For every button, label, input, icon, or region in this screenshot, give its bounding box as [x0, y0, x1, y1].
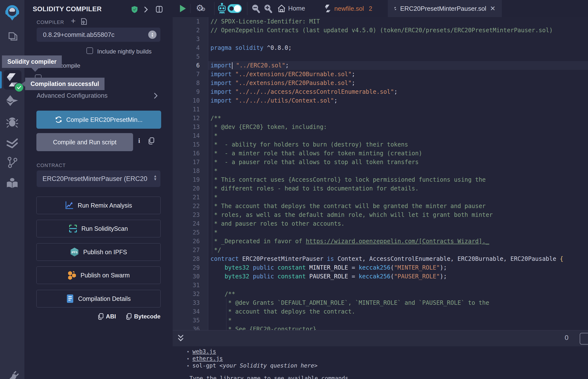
compile-button-label: Compile ERC20PresetMin...	[66, 116, 143, 123]
code-line-1[interactable]: 1// SPDX-License-Identifier: MIT	[173, 17, 588, 26]
code-line-24[interactable]: 24 * and pauser roles to other accounts.	[173, 219, 588, 228]
add-compiler-icon[interactable]: +	[71, 16, 76, 26]
code-line-27[interactable]: 27 */	[173, 246, 588, 254]
code-line-33[interactable]: 33 * @dev Grants `DEFAULT_ADMIN_ROLE`, `…	[173, 299, 588, 307]
line-number: 18	[173, 168, 208, 174]
code-line-10[interactable]: 10import "../../../utils/Context.sol";	[173, 96, 588, 105]
advanced-chevron-icon[interactable]	[154, 92, 158, 99]
line-text: import "../extensions/ERC20Pausable.sol"…	[208, 79, 355, 86]
tab-warning-count: 2	[369, 5, 372, 12]
nightly-builds-checkbox[interactable]	[86, 47, 93, 54]
code-line-31[interactable]: 31	[173, 281, 588, 290]
action-label: Run Remix Analysis	[78, 202, 132, 209]
line-text: /**	[208, 291, 235, 298]
code-line-13[interactable]: 13 * @dev {ERC20} token, including:	[173, 123, 588, 131]
code-line-8[interactable]: 8import "../extensions/ERC20Pausable.sol…	[173, 79, 588, 87]
code-line-12[interactable]: 12/**	[173, 114, 588, 123]
advanced-configurations-label[interactable]: Advanced Configurations	[37, 92, 108, 99]
code-editor[interactable]: 1// SPDX-License-Identifier: MIT2// Open…	[173, 17, 588, 330]
shield-icon[interactable]	[131, 6, 138, 13]
abi-copy[interactable]: ABI	[98, 313, 116, 320]
tab-erc20presetminterpauser[interactable]: ERC20PresetMinterPauser.sol ✕	[388, 0, 502, 17]
line-text: * account that deploys the contract.	[208, 308, 355, 315]
terminal-entry-ethers[interactable]: • ethers.js	[186, 355, 223, 362]
home-tab-label[interactable]: Home	[288, 5, 305, 12]
line-text: import "../../../utils/Context.sol";	[208, 97, 338, 104]
compile-and-run-label: Compile and Run script	[53, 139, 116, 146]
compiler-version-select[interactable]: 0.8.29+commit.ab55807c ▲▼	[37, 28, 160, 42]
chevron-right-icon[interactable]	[144, 6, 148, 13]
run-solidityscan-button[interactable]: Run SolidityScan	[36, 220, 161, 237]
code-line-18[interactable]: 18 *	[173, 167, 588, 175]
ai-copilot-robot-icon[interactable]	[217, 3, 227, 14]
code-line-4[interactable]: 4pragma solidity ^0.8.0;	[173, 44, 588, 52]
remix-logo-icon[interactable]	[0, 3, 24, 21]
code-line-21[interactable]: 21 *	[173, 193, 588, 202]
expand-terminal-chevrons-icon[interactable]	[177, 334, 184, 343]
code-line-14[interactable]: 14 *	[173, 131, 588, 140]
compilation-details-button[interactable]: Compilation Details	[36, 290, 161, 307]
file-explorer-icon[interactable]	[0, 31, 24, 42]
code-line-5[interactable]: 5	[173, 52, 588, 61]
code-line-17[interactable]: 17 * - a pauser role that allows to stop…	[173, 158, 588, 167]
plugin-manager-icon[interactable]	[0, 178, 24, 189]
code-line-11[interactable]: 11	[173, 105, 588, 114]
code-line-28[interactable]: 28contract ERC20PresetMinterPauser is Co…	[173, 254, 588, 263]
contract-section-label: CONTRACT	[37, 163, 66, 168]
code-line-3[interactable]: 3	[173, 35, 588, 44]
code-line-29[interactable]: 29 bytes32 public constant MINTER_ROLE =…	[173, 263, 588, 272]
code-line-35[interactable]: 35 *	[173, 316, 588, 325]
code-line-36[interactable]: 36 * See {ERC20-constructor}.	[173, 325, 588, 330]
compile-button[interactable]: Compile ERC20PresetMin...	[36, 111, 161, 129]
zoom-in-icon[interactable]	[263, 4, 273, 14]
code-line-32[interactable]: 32 /**	[173, 290, 588, 299]
home-icon[interactable]	[277, 4, 286, 13]
code-line-25[interactable]: 25 *	[173, 228, 588, 237]
terminal-entry-web3[interactable]: • web3.js	[186, 348, 216, 355]
run-remix-analysis-button[interactable]: Run Remix Analysis	[36, 197, 161, 214]
tab-close-icon[interactable]: ✕	[490, 5, 495, 13]
code-line-26[interactable]: 26 * _Deprecated in favor of https://wiz…	[173, 237, 588, 246]
terminal-content[interactable]: • web3.js • ethers.js • sol-gpt <your So…	[173, 346, 588, 379]
code-line-16[interactable]: 16 * - a minter role that allows for tok…	[173, 149, 588, 158]
git-icon[interactable]	[0, 156, 24, 169]
code-line-15[interactable]: 15 * - ability for holders to burn (dest…	[173, 140, 588, 149]
terminal-search-input[interactable]	[580, 333, 588, 345]
compile-and-run-button[interactable]: Compile and Run script	[36, 133, 133, 151]
unit-testing-icon[interactable]	[0, 138, 24, 149]
script-settings-gears-icon[interactable]: ⚙⚙	[196, 3, 204, 13]
terminal-link[interactable]: web3.js	[192, 348, 216, 355]
debugger-icon[interactable]	[0, 116, 24, 128]
run-script-play-icon[interactable]	[179, 4, 186, 13]
compiler-file-icon[interactable]	[81, 18, 87, 25]
split-panel-icon[interactable]	[156, 6, 163, 13]
deploy-run-icon[interactable]	[0, 95, 24, 107]
code-line-9[interactable]: 9import "../../../access/AccessControlEn…	[173, 87, 588, 96]
publish-on-swarm-button[interactable]: Publish on Swarm	[36, 267, 161, 284]
zoom-out-icon[interactable]	[251, 4, 261, 14]
terminal-link[interactable]: ethers.js	[192, 355, 223, 362]
code-line-30[interactable]: 30 bytes32 public constant PAUSER_ROLE =…	[173, 272, 588, 281]
terminal-bar[interactable]: 0	[173, 330, 588, 347]
code-line-6[interactable]: 6import "../ERC20.sol";	[173, 61, 588, 70]
code-line-22[interactable]: 22 * The account that deploys the contra…	[173, 202, 588, 210]
terminal-entry-solgpt[interactable]: • sol-gpt <your Solidity question here>	[186, 363, 317, 369]
code-line-23[interactable]: 23 * roles, as well as the default admin…	[173, 210, 588, 219]
publish-on-ipfs-button[interactable]: IPFS Publish on IPFS	[36, 243, 161, 261]
code-line-7[interactable]: 7import "../extensions/ERC20Burnable.sol…	[173, 70, 588, 79]
line-text: * This contract uses {AccessControl} to …	[208, 176, 486, 183]
copilot-toggle[interactable]	[228, 4, 242, 13]
tooltip-solidity-compiler: Solidity compiler	[2, 55, 62, 68]
code-line-2[interactable]: 2// OpenZeppelin Contracts (last updated…	[173, 26, 588, 35]
plug-icon[interactable]	[0, 370, 24, 379]
code-line-20[interactable]: 20 * different roles - head to its docum…	[173, 184, 588, 193]
info-icon[interactable]: i	[138, 137, 140, 144]
contract-select[interactable]: ERC20PresetMinterPauser (ERC20 ▲▼	[37, 171, 160, 187]
code-line-19[interactable]: 19 * This contract uses {AccessControl} …	[173, 175, 588, 184]
line-text: import "../extensions/ERC20Burnable.sol"…	[208, 71, 355, 78]
bytecode-copy[interactable]: Bytecode	[126, 313, 160, 320]
line-number: 10	[173, 97, 208, 104]
tab-newfile[interactable]: newfile.sol 2	[319, 0, 377, 17]
code-line-34[interactable]: 34 * account that deploys the contract.	[173, 307, 588, 316]
copy-icon[interactable]	[148, 137, 154, 144]
